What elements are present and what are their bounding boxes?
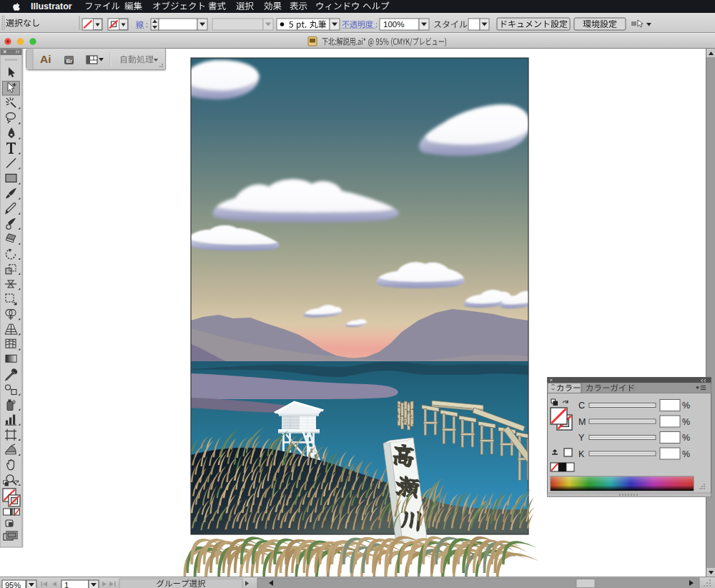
svg-text:%: % <box>682 401 690 411</box>
svg-text:%: % <box>682 449 690 459</box>
svg-text:M: M <box>578 417 586 427</box>
svg-text:K: K <box>578 449 585 459</box>
svg-text:100%: 100% <box>383 20 404 29</box>
svg-text:Illustrator: Illustrator <box>31 1 72 11</box>
svg-text:%: % <box>682 417 690 427</box>
svg-text:95%: 95% <box>5 581 21 588</box>
svg-text:C: C <box>578 401 585 411</box>
svg-text:1: 1 <box>64 581 69 588</box>
svg-text:Y: Y <box>578 433 585 443</box>
svg-text:%: % <box>682 433 690 443</box>
svg-text:Br: Br <box>66 58 73 64</box>
svg-text:Ai: Ai <box>40 53 51 65</box>
